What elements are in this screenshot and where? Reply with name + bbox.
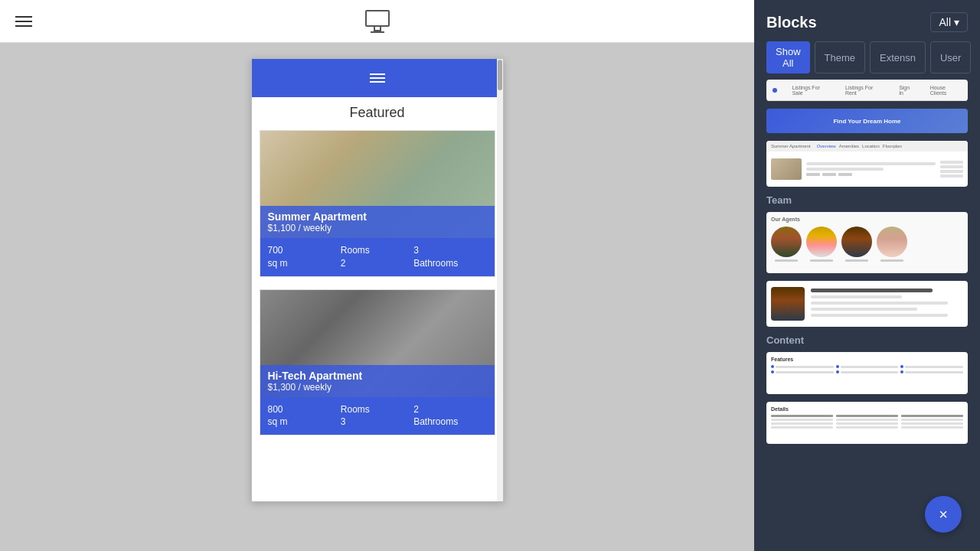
close-fab-button[interactable]: × [925,496,962,533]
team-section-label: Team [766,194,968,206]
panel-title: Blocks [766,14,817,31]
featured-title: Featured [260,105,495,121]
scrollbar[interactable] [497,59,503,501]
team-name-2 [810,259,833,262]
team-member-4 [877,227,907,262]
team-avatar-4 [877,227,907,257]
mobile-nav [252,59,503,97]
nav-preview-content: Listings For Sale Listings For Rent Sign… [766,80,968,101]
block-preview-hero[interactable]: Find Your Dream Home [766,109,968,133]
team-member-3 [841,227,872,262]
property-name-1: Summer Apartment [268,210,487,223]
all-dropdown-button[interactable]: All ▾ [930,12,968,32]
hero-preview-content: Find Your Dream Home [766,109,968,133]
all-dropdown-label: All [939,16,951,28]
detail-bathrooms-2: 2 Bathrooms [413,403,486,429]
features-preview-content: Features [766,352,968,394]
listing-preview-info [806,162,936,176]
hamburger-icon[interactable] [15,16,32,27]
mobile-frame: Featured Summer Apartment $1,100 / weekl… [251,58,504,502]
listing-preview-header: Summer Apartment Overview Amenities Loca… [766,141,968,152]
agent-info-lines [811,289,963,320]
team-grid-preview-content: Our Agents [766,212,968,273]
mobile-hamburger-icon[interactable] [370,71,385,85]
detail-sqm-2: 800 sq m [268,403,341,429]
listing-preview-content: Summer Apartment Overview Amenities Loca… [766,141,968,187]
property-image-2: Hi-Tech Apartment $1,300 / weekly [260,290,495,397]
tab-show-all[interactable]: Show All [766,41,810,73]
panel-header: Blocks All ▾ [754,0,980,32]
preview-container: Featured Summer Apartment $1,100 / weekl… [0,43,754,551]
block-preview-features[interactable]: Features [766,352,968,394]
property-overlay-2: Hi-Tech Apartment $1,300 / weekly [260,365,495,397]
block-preview-listing[interactable]: Summer Apartment Overview Amenities Loca… [766,141,968,187]
tab-extension[interactable]: Extensn [870,41,926,73]
team-name-1 [775,259,798,262]
features-grid [771,365,963,373]
content-section-label: Content [766,334,968,346]
detail-rooms-2: Rooms 3 [341,403,413,429]
feature-dot-blue2 [900,365,903,368]
filter-tabs: Show All Theme Extensn User [754,32,980,80]
team-avatar-1 [771,227,802,257]
property-price-2: $1,300 / weekly [268,382,487,393]
property-image-1: Summer Apartment $1,100 / weekly [260,131,495,238]
property-details-2: 800 sq m Rooms 3 2 Bathrooms [260,397,495,435]
property-details-1: 700 sq m Rooms 2 3 Bathrooms [260,238,495,276]
right-panel: Blocks All ▾ Show All Theme Extensn User… [754,0,980,551]
property-price-1: $1,100 / weekly [268,223,487,233]
team-name-4 [880,259,903,262]
property-card-1[interactable]: Summer Apartment $1,100 / weekly 700 sq … [260,130,495,277]
agent-preview-content [766,281,968,327]
details-preview-content: Details [766,402,968,444]
listing-preview-img [771,158,802,180]
block-preview-details[interactable]: Details [766,402,968,444]
property-overlay-1: Summer Apartment $1,100 / weekly [260,206,495,238]
main-area: Featured Summer Apartment $1,100 / weekl… [0,0,754,551]
team-avatar-3 [841,227,872,257]
detail-sqm-1: 700 sq m [268,244,341,270]
listing-side-panel [940,161,963,178]
feature-dot-blue [836,365,839,368]
team-grid-title: Our Agents [771,217,963,222]
team-members-row [771,227,963,262]
details-grid [771,415,963,429]
property-card-2[interactable]: Hi-Tech Apartment $1,300 / weekly 800 sq… [260,289,495,436]
listing-preview-body [766,152,968,187]
chevron-down-icon: ▾ [954,16,959,28]
team-member-2 [806,227,837,262]
top-bar [0,0,754,43]
nav-logo-dot [773,88,777,93]
tab-theme[interactable]: Theme [815,41,865,73]
agent-avatar [771,287,805,321]
team-name-3 [845,259,868,262]
scrollbar-thumb [498,60,502,90]
block-preview-nav[interactable]: Listings For Sale Listings For Rent Sign… [766,80,968,101]
listing-tabs: Overview Amenities Location Floorplan [817,144,902,148]
detail-bathrooms-1: 3 Bathrooms [413,244,486,270]
block-preview-team-grid[interactable]: Our Agents [766,212,968,273]
property-name-2: Hi-Tech Apartment [268,370,487,382]
team-member-1 [771,227,802,262]
monitor-icon[interactable] [365,10,390,33]
tab-user[interactable]: User [930,41,971,73]
team-avatar-2 [806,227,837,257]
block-preview-agent[interactable] [766,281,968,327]
mobile-content: Featured Summer Apartment $1,100 / weekl… [252,97,503,455]
blocks-list: Listings For Sale Listings For Rent Sign… [754,80,980,551]
detail-rooms-1: Rooms 2 [341,244,413,270]
